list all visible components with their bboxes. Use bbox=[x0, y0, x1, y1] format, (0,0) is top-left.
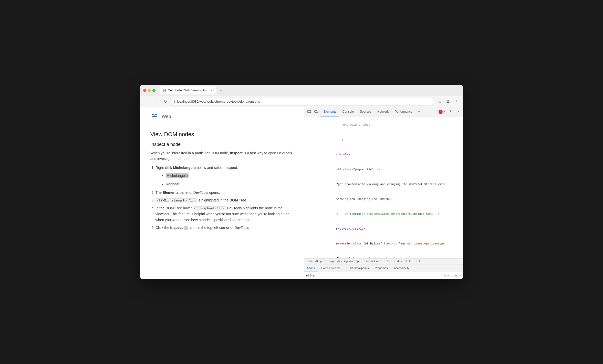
devtools-close-button[interactable]: × bbox=[456, 109, 461, 114]
browser-content: Web View DOM nodes Inspect a node When y… bbox=[140, 107, 463, 279]
dom-line: font-weight: bold; bbox=[304, 117, 463, 132]
svg-rect-1 bbox=[308, 110, 311, 113]
breadcrumb-item[interactable]: article bbox=[383, 260, 396, 263]
add-style-rule-button[interactable]: + bbox=[459, 274, 461, 277]
list-item: Click the Inspect icon in the top-left c… bbox=[155, 225, 294, 230]
tab-styles[interactable]: Styles bbox=[304, 264, 318, 272]
code-inline2: <li>Raphael</li> bbox=[193, 206, 225, 211]
page-content: Web View DOM nodes Inspect a node When y… bbox=[140, 107, 304, 279]
url-bar[interactable]: ℹ localhost:8080/web/tools/chrome-devtoo… bbox=[171, 98, 434, 105]
inspect-bold2: Inspect bbox=[224, 166, 237, 170]
error-icon: ✕ bbox=[439, 110, 443, 114]
dom-line: ▶<section class="wf-byline" itemprop="au… bbox=[304, 237, 463, 251]
michelangelo-bold: Michelangelo bbox=[173, 166, 196, 170]
site-header: Web bbox=[150, 112, 294, 125]
code-inline: <li>Michelangelo</li> bbox=[155, 198, 197, 203]
breadcrumb-item[interactable]: #top_of_page bbox=[314, 260, 336, 263]
breadcrumb-item[interactable]: #gc-wrapper bbox=[343, 260, 363, 263]
tab-elements[interactable]: Elements bbox=[320, 107, 339, 116]
steps-list: Right-click Michelangelo below and selec… bbox=[150, 165, 294, 231]
list-item: Right-click Michelangelo below and selec… bbox=[155, 165, 294, 188]
tab-dom-breakpoints[interactable]: DOM Breakpoints bbox=[344, 264, 372, 272]
michelangelo-highlight: Michelangelo bbox=[166, 173, 189, 178]
menu-button[interactable]: ⋮ bbox=[453, 98, 460, 105]
breadcrumb-item[interactable]: div bbox=[336, 260, 343, 263]
browser-tab[interactable]: Get Started With Viewing And × bbox=[160, 86, 216, 94]
intro-text: When you're interested in a particular D… bbox=[150, 151, 229, 155]
inspect-bold: Inspect bbox=[230, 151, 243, 155]
breadcrumb-item[interactable]: li bbox=[408, 260, 413, 263]
tab-sources[interactable]: Sources bbox=[357, 107, 374, 116]
list-item: Michelangelo bbox=[166, 173, 294, 179]
account-button[interactable] bbox=[444, 98, 452, 105]
list-item: Raphael bbox=[166, 181, 294, 187]
tab-title: Get Started With Viewing And bbox=[168, 89, 208, 92]
site-logo-icon bbox=[150, 112, 159, 121]
tab-console[interactable]: Console bbox=[339, 107, 357, 116]
devtools-bottom-tabs: Styles Event Listeners DOM Breakpoints P… bbox=[304, 264, 463, 272]
svg-point-0 bbox=[447, 100, 449, 101]
dom-line: "http://schema.org/Person">…</section> bbox=[304, 251, 463, 258]
tab-favicon-icon bbox=[163, 89, 166, 92]
cls-button[interactable]: .cls bbox=[450, 274, 459, 277]
dom-line: </style> bbox=[304, 147, 463, 162]
hover-pseudo-button[interactable]: :hov bbox=[441, 274, 450, 277]
devtools-settings-button[interactable]: ⋮ bbox=[448, 109, 454, 115]
filter-bar: :hov .cls + bbox=[304, 272, 463, 279]
step1-text: Right-click Michelangelo below and selec… bbox=[155, 166, 238, 170]
tab-network[interactable]: Network bbox=[374, 107, 392, 116]
tab-properties[interactable]: Properties bbox=[372, 264, 391, 272]
breadcrumb-item[interactable]: ol bbox=[403, 260, 408, 263]
dom-line: } bbox=[304, 132, 463, 147]
devtools-toolbar: Elements Console Sources Network Perform… bbox=[304, 107, 463, 116]
forward-button[interactable]: → bbox=[152, 98, 160, 105]
breadcrumb-item[interactable]: html bbox=[306, 260, 314, 263]
more-tabs-button[interactable]: » bbox=[417, 110, 421, 114]
minimize-window-button[interactable] bbox=[148, 89, 151, 92]
svg-rect-4 bbox=[315, 111, 317, 112]
inspect-element-button[interactable] bbox=[306, 109, 312, 115]
maximize-window-button[interactable] bbox=[152, 89, 155, 92]
url-text: localhost:8080/web/tools/chrome-devtools… bbox=[177, 100, 260, 103]
device-toggle-button[interactable] bbox=[313, 109, 319, 115]
list-item: In the DOM Tree hover <li>Raphael</li>. … bbox=[155, 205, 294, 223]
dom-tree-bold: DOM Tree bbox=[230, 198, 246, 202]
dom-line: "get_started_with_viewing_and_changing_t… bbox=[304, 177, 463, 192]
devtools-tabs: Elements Console Sources Network Perform… bbox=[320, 107, 415, 116]
section-title: View DOM nodes bbox=[150, 131, 294, 138]
reload-button[interactable]: ↻ bbox=[162, 98, 169, 105]
tab-event-listeners[interactable]: Event Listeners bbox=[318, 264, 344, 272]
new-tab-button[interactable]: + bbox=[217, 87, 225, 94]
breadcrumb-item[interactable]: li bbox=[418, 260, 423, 263]
back-button[interactable]: ← bbox=[143, 98, 150, 105]
title-bar: Get Started With Viewing And × + bbox=[140, 85, 463, 96]
breadcrumb-item[interactable]: ul bbox=[413, 260, 418, 263]
sub-list: Michelangelo Raphael bbox=[155, 173, 294, 187]
dom-breadcrumb: html #top_of_page div #gc-wrapper div ar… bbox=[304, 258, 463, 264]
tab-accessibility[interactable]: Accessibility bbox=[391, 264, 412, 272]
error-count: 6 bbox=[444, 110, 445, 114]
inspect-icon-inline bbox=[184, 226, 188, 230]
elements-bold: Elements bbox=[163, 190, 179, 195]
tab-bar: Get Started With Viewing And × + bbox=[160, 86, 460, 94]
close-window-button[interactable] bbox=[143, 89, 146, 92]
lock-icon: ℹ bbox=[174, 100, 175, 103]
tab-close-button[interactable]: × bbox=[210, 89, 213, 92]
tab-performance[interactable]: Performance bbox=[392, 107, 415, 116]
dom-line: <!-- wf_template: src/templates/contribu… bbox=[304, 207, 463, 221]
dom-tree[interactable]: font-weight: bold; } </style> <h1 class=… bbox=[304, 116, 463, 258]
bookmark-button[interactable]: ☆ bbox=[436, 98, 443, 105]
list-item: The Elements panel of DevTools opens. bbox=[155, 190, 294, 195]
dom-line: ▶<style>…</style> bbox=[304, 221, 463, 236]
breadcrumb-item[interactable]: div bbox=[363, 260, 370, 263]
filter-input[interactable] bbox=[306, 274, 441, 277]
dom-line: <h1 class="page-title" id= bbox=[304, 162, 463, 177]
dom-line: Viewing And Changing The DOM</h1> bbox=[304, 192, 463, 207]
address-bar: ← → ↻ ℹ localhost:8080/web/tools/chrome-… bbox=[140, 96, 463, 107]
devtools-panel: Elements Console Sources Network Perform… bbox=[304, 107, 463, 279]
browser-window: Get Started With Viewing And × + ← → ↻ ℹ… bbox=[140, 85, 463, 279]
breadcrumb-item[interactable]: article bbox=[370, 260, 383, 263]
intro-paragraph: When you're interested in a particular D… bbox=[150, 150, 294, 162]
breadcrumb-item[interactable]: div bbox=[396, 260, 403, 263]
address-actions: ☆ ⋮ bbox=[436, 98, 460, 105]
